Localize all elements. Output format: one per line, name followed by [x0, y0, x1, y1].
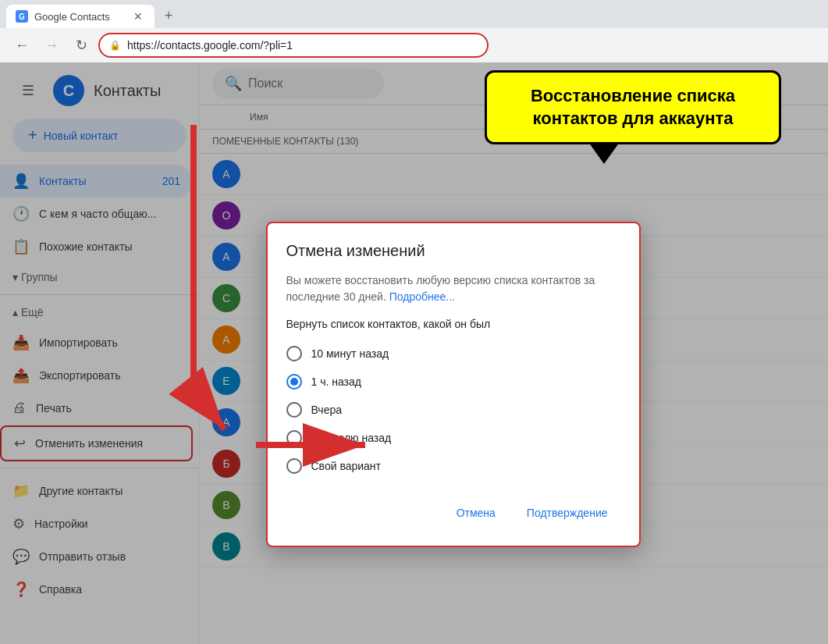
dialog-question: Вернуть список контактов, какой он был: [286, 318, 620, 330]
tab-favicon: G: [16, 10, 28, 23]
radio-circle-10min: [286, 346, 302, 361]
radio-option-1h[interactable]: 1 ч. назад: [286, 368, 620, 396]
radio-circle-custom: [286, 458, 302, 474]
confirm-button[interactable]: Подтверждение: [514, 499, 620, 527]
radio-circle-1h: [286, 374, 302, 390]
radio-label-1week: 1 неделю назад: [311, 432, 392, 444]
browser-tab[interactable]: G Google Contacts ✕: [6, 5, 155, 28]
cancel-button[interactable]: Отмена: [444, 499, 508, 527]
radio-label-1h: 1 ч. назад: [311, 375, 361, 388]
radio-label-yesterday: Вчера: [311, 404, 343, 416]
radio-label-custom: Свой вариант: [311, 460, 382, 472]
dialog-link[interactable]: Подробнее...: [389, 290, 455, 303]
dialog: Отмена изменений Вы можете восстановить …: [266, 222, 641, 547]
tooltip-box: Восстановление списка контактов для акка…: [485, 70, 781, 144]
radio-circle-yesterday: [286, 402, 302, 418]
radio-circle-1week: [286, 430, 302, 446]
dialog-overlay: Отмена изменений Вы можете восстановить …: [0, 62, 828, 644]
back-button[interactable]: ←: [9, 33, 34, 58]
forward-button[interactable]: →: [39, 33, 64, 58]
dialog-actions: Отмена Подтверждение: [286, 499, 620, 527]
tab-title: Google Contacts: [34, 11, 110, 23]
radio-option-custom[interactable]: Свой вариант: [286, 452, 620, 480]
radio-option-10min[interactable]: 10 минут назад: [286, 340, 620, 368]
tab-close-button[interactable]: ✕: [131, 9, 145, 23]
address-text: https://contacts.google.com/?pli=1: [127, 39, 293, 52]
radio-option-yesterday[interactable]: Вчера: [286, 396, 620, 424]
tooltip-text: Восстановление списка контактов для акка…: [531, 86, 735, 128]
radio-option-1week[interactable]: 1 неделю назад: [286, 424, 620, 452]
browser-toolbar: ← → ↻ 🔒 https://contacts.google.com/?pli…: [0, 28, 828, 62]
radio-label-10min: 10 минут назад: [311, 347, 389, 360]
browser-chrome: G Google Contacts ✕ + ← → ↻ 🔒 https://co…: [0, 0, 828, 62]
dialog-description: Вы можете восстановить любую версию спис…: [286, 272, 620, 305]
app-container: ☰ C Контакты + Новый контакт 👤 Контакты …: [0, 62, 828, 644]
new-tab-button[interactable]: +: [158, 5, 179, 27]
dialog-title: Отмена изменений: [286, 242, 620, 260]
tooltip-tail: [588, 142, 620, 164]
address-bar[interactable]: 🔒 https://contacts.google.com/?pli=1: [98, 33, 489, 58]
lock-icon: 🔒: [109, 40, 121, 51]
reload-button[interactable]: ↻: [69, 33, 94, 58]
